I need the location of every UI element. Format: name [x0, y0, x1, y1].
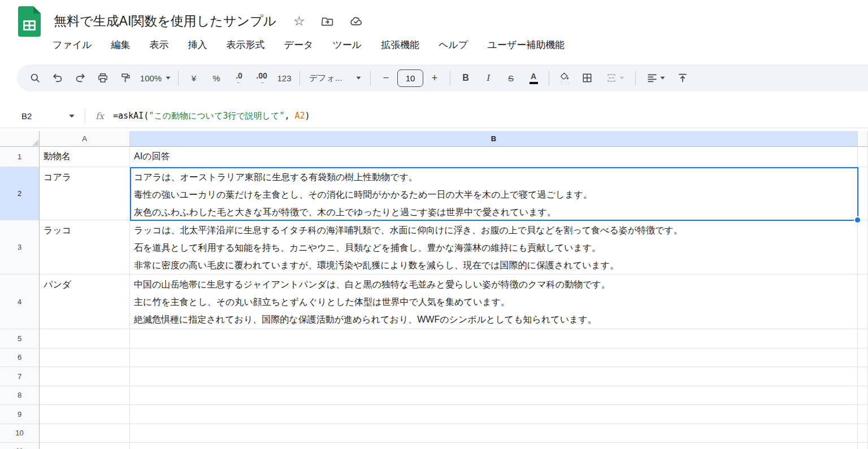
menu-help[interactable]: ヘルプ: [437, 37, 470, 53]
redo-button[interactable]: [69, 68, 92, 88]
cell-line: 灰色のふわふわした毛と大きな耳が特徴で、木の上でゆったりと過ごす姿は世界中で愛さ…: [134, 203, 857, 220]
vertical-align-top-icon: [677, 72, 688, 84]
cell-b11[interactable]: [130, 443, 858, 449]
fill-color-button[interactable]: [553, 68, 576, 88]
zoom-control[interactable]: 100%: [137, 68, 174, 88]
sheet-row-3: 3 ラッコ ラッコは、北太平洋沿岸に生息するイタチ科の海洋哺乳類で、水面に仰向け…: [0, 220, 868, 274]
cloud-saved-icon[interactable]: [349, 15, 362, 28]
decrease-decimal-button[interactable]: .0 ←: [228, 68, 250, 88]
document-title[interactable]: 無料で生成AI関数を使用したサンプル: [54, 12, 276, 30]
font-size-input[interactable]: 10: [397, 69, 423, 87]
cell-a5[interactable]: [40, 329, 130, 348]
sheet-row-6: 6: [0, 348, 868, 368]
column-header-b[interactable]: B: [130, 131, 858, 147]
bold-icon: B: [462, 73, 469, 83]
row-header-11[interactable]: 11: [0, 443, 40, 449]
more-formats-button[interactable]: 123: [273, 68, 296, 88]
menu-insert[interactable]: 挿入: [186, 37, 209, 53]
merge-cells-button[interactable]: [598, 68, 631, 88]
row-header-10[interactable]: 10: [0, 424, 40, 443]
row-header-8[interactable]: 8: [0, 386, 40, 406]
cell-a4[interactable]: パンダ: [40, 274, 130, 329]
column-header-a[interactable]: A: [40, 131, 130, 147]
move-to-folder-icon[interactable]: [321, 15, 333, 28]
print-button[interactable]: [92, 68, 114, 88]
cell-b2[interactable]: コアラは、オーストラリア東部に生息する有袋類の樹上性動物です。 毒性の強いユーカ…: [130, 167, 858, 220]
bold-button[interactable]: B: [454, 68, 477, 88]
cell-b8[interactable]: [130, 386, 858, 406]
column-header-c[interactable]: [858, 131, 868, 147]
cell-b7[interactable]: [130, 367, 858, 386]
horizontal-align-button[interactable]: [640, 68, 671, 88]
menu-file[interactable]: ファイル: [51, 37, 94, 53]
cell-a8[interactable]: [40, 386, 130, 406]
menu-accessibility[interactable]: ユーザー補助機能: [485, 37, 566, 53]
row-header-3[interactable]: 3: [0, 220, 40, 274]
row-header-1[interactable]: 1: [0, 147, 40, 167]
cell-c8[interactable]: [858, 386, 868, 406]
cell-c6[interactable]: [858, 348, 868, 368]
cell-c3[interactable]: [858, 220, 868, 274]
cell-b3[interactable]: ラッコは、北太平洋沿岸に生息するイタチ科の海洋哺乳類で、水面に仰向けに浮き、お腹…: [130, 220, 858, 274]
menu-view[interactable]: 表示: [148, 37, 171, 53]
cell-c11[interactable]: [858, 443, 868, 449]
select-all-corner[interactable]: [0, 131, 40, 147]
cell-c5[interactable]: [858, 329, 868, 348]
strikethrough-button[interactable]: S: [500, 68, 522, 88]
strikethrough-icon: S: [508, 73, 514, 83]
decrease-font-size-button[interactable]: −: [375, 68, 397, 88]
cell-c1[interactable]: [858, 147, 868, 167]
name-box[interactable]: B2: [0, 111, 75, 121]
align-left-icon: [646, 72, 658, 84]
cell-c4[interactable]: [858, 274, 868, 329]
text-color-button[interactable]: A: [522, 68, 545, 88]
row-header-2[interactable]: 2: [0, 167, 40, 220]
cell-b4[interactable]: 中国の山岳地帯に生息するジャイアントパンダは、白と黒の独特な毛並みと愛らしい姿が…: [130, 274, 858, 329]
cell-c10[interactable]: [858, 424, 868, 443]
increase-font-size-button[interactable]: +: [423, 68, 446, 88]
vertical-align-button[interactable]: [671, 68, 694, 88]
cell-a9[interactable]: [40, 405, 130, 424]
undo-button[interactable]: [46, 68, 69, 88]
menu-edit[interactable]: 編集: [110, 37, 132, 53]
cell-a6[interactable]: [40, 348, 130, 368]
cell-b9[interactable]: [130, 405, 858, 424]
increase-decimal-button[interactable]: .00 →: [250, 68, 273, 88]
cell-b1[interactable]: AIの回答: [130, 147, 858, 167]
menu-tools[interactable]: ツール: [331, 37, 363, 53]
cell-b5[interactable]: [130, 329, 858, 348]
toolbar-divider: [370, 71, 371, 85]
row-header-4[interactable]: 4: [0, 274, 40, 329]
text-color-swatch: [530, 82, 538, 84]
paint-format-button[interactable]: [114, 68, 137, 88]
search-button[interactable]: [24, 68, 46, 88]
star-icon[interactable]: ☆: [293, 15, 305, 28]
cell-a3[interactable]: ラッコ: [40, 220, 130, 274]
font-family-select[interactable]: デフォ...: [304, 68, 366, 88]
cell-b10[interactable]: [130, 424, 858, 443]
cell-c9[interactable]: [858, 405, 868, 424]
row-header-5[interactable]: 5: [0, 329, 40, 348]
menu-extensions[interactable]: 拡張機能: [379, 37, 421, 53]
cell-a2[interactable]: コアラ: [40, 167, 130, 220]
cell-a11[interactable]: [40, 443, 130, 449]
format-currency-button[interactable]: ¥: [183, 68, 205, 88]
chevron-down-icon: [660, 76, 665, 80]
row-header-7[interactable]: 7: [0, 367, 40, 386]
cell-a10[interactable]: [40, 424, 130, 443]
format-percent-button[interactable]: %: [205, 68, 228, 88]
fill-color-swatch: [561, 82, 569, 84]
fill-handle[interactable]: [854, 216, 861, 224]
cell-b6[interactable]: [130, 348, 858, 368]
row-header-9[interactable]: 9: [0, 405, 40, 424]
cell-c7[interactable]: [858, 367, 868, 386]
formula-input[interactable]: =askAI("この動物について3行で説明して", A2): [113, 111, 310, 121]
menu-data[interactable]: データ: [283, 37, 315, 53]
italic-button[interactable]: I: [477, 68, 500, 88]
borders-button[interactable]: [576, 68, 598, 88]
menu-format[interactable]: 表示形式: [225, 37, 267, 53]
cell-a1[interactable]: 動物名: [40, 147, 130, 167]
row-header-6[interactable]: 6: [0, 348, 40, 368]
cell-a7[interactable]: [40, 367, 130, 386]
cell-c2[interactable]: [858, 167, 868, 220]
